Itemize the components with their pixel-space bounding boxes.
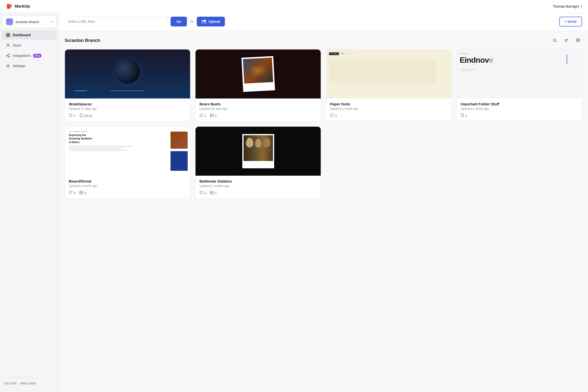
thumb-space (65, 50, 190, 98)
sidebar-item-dashboard[interactable]: Dashboard (2, 30, 56, 40)
card-thumbnail-battlestar (196, 127, 321, 176)
image-count-battlestar: 1 (210, 191, 216, 195)
card-info-battlestar: Battlestar Galatica Updated 2 months ago… (196, 176, 321, 198)
card-updated-paper-fonts: Updated a month ago (330, 107, 447, 110)
comment-icon (69, 190, 72, 195)
integrations-icon (6, 54, 10, 58)
or-text: Or (190, 20, 194, 24)
user-chevron-icon: ▾ (581, 5, 582, 8)
card-title-bearsrgreat: BearsRGreat (69, 179, 186, 183)
svg-line-14 (556, 41, 556, 42)
sidebar-item-integrations[interactable]: Integrations Beta (2, 51, 56, 60)
logo-area[interactable]: MarkUp (6, 3, 30, 10)
svg-rect-2 (6, 35, 8, 37)
user-name: Thomas Barragry (553, 4, 579, 8)
section-header: Scranton Branch (65, 36, 582, 44)
project-card-important-folder[interactable]: Eindnove———— Eindnove Impo (456, 49, 582, 122)
card-info-bears-beets: Bears Beets Updated 22 days ago 1 (196, 98, 321, 121)
polaroid-inner (243, 58, 273, 84)
card-meta-woahspacee: 1 03:14 (69, 114, 186, 118)
file-icon (80, 114, 83, 118)
card-title-battlestar: Battlestar Galatica (200, 179, 317, 183)
beta-badge: Beta (33, 54, 42, 58)
card-info-woahspacee: WoahSpacee Updated 12 days ago 1 (65, 98, 190, 121)
workspace-selector[interactable]: Scranton Branch ▾ (2, 16, 56, 28)
polaroid-img (241, 56, 275, 92)
comment-count-battlestar: 0 (200, 190, 206, 195)
svg-point-4 (7, 44, 9, 45)
svg-line-8 (7, 55, 9, 55)
upload-button[interactable]: Upload (197, 17, 225, 26)
image-icon (210, 191, 214, 195)
live-chat-link[interactable]: Live Chat (4, 382, 16, 385)
planet-graphic (116, 59, 140, 84)
card-meta-bears-beets: 1 1 (200, 114, 317, 118)
grid-view-icon-btn[interactable] (574, 36, 582, 44)
svg-rect-19 (578, 39, 580, 40)
content-area: Go Or Upload + Invite Scranton Branch (59, 13, 588, 392)
section-title: Scranton Branch (65, 38, 100, 43)
comment-count-bearsrgreat: 3 (69, 190, 76, 195)
dashboard-content: Scranton Branch (59, 30, 588, 392)
file-count-important-folder: 1 (460, 114, 467, 118)
upload-icon (202, 20, 206, 24)
sort-icon-btn[interactable] (562, 36, 570, 44)
file-icon (460, 114, 464, 118)
search-icon-btn[interactable] (551, 36, 558, 44)
team-icon (6, 43, 10, 48)
sidebar-integrations-label: Integrations (13, 54, 30, 58)
doc-bear-image (170, 132, 188, 149)
project-card-bears-beets[interactable]: Bears Beets Updated 22 days ago 1 (195, 49, 321, 122)
sidebar-item-team[interactable]: Team (2, 41, 56, 50)
card-updated-important-folder: Updated a month ago (460, 107, 578, 110)
help-center-link[interactable]: Help Center (20, 382, 36, 385)
card-updated-battlestar: Updated 2 months ago (200, 184, 317, 188)
image-icon (80, 191, 83, 195)
thumb-bears-doc: The Greatness of Bears Exploring theAmaz… (65, 127, 190, 176)
svg-rect-11 (202, 20, 204, 22)
dashboard-icon (6, 33, 10, 37)
project-card-bearsrgreat[interactable]: The Greatness of Bears Exploring theAmaz… (65, 126, 190, 199)
section-actions (551, 36, 582, 44)
text-cursor (567, 54, 567, 64)
main-layout: Scranton Branch ▾ Dashboard Te (0, 13, 588, 392)
top-nav: MarkUp Thomas Barragry ▾ (0, 0, 588, 13)
project-card-woahspacee[interactable]: WoahSpacee Updated 12 days ago 1 (65, 49, 190, 122)
card-title-paper-fonts: Paper fonts (330, 102, 447, 106)
sidebar-settings-label: Settings (13, 64, 25, 68)
svg-rect-1 (8, 33, 10, 35)
image-count-bears-beets: 1 (210, 114, 216, 118)
projects-grid-row2: The Greatness of Bears Exploring theAmaz… (65, 126, 582, 199)
battlestar-polaroid (242, 134, 274, 168)
svg-point-7 (9, 56, 10, 57)
comment-icon (200, 114, 203, 118)
workspace-avatar (6, 18, 13, 25)
card-meta-battlestar: 0 1 (200, 190, 317, 195)
doc-blue-bar (170, 151, 188, 171)
project-card-paper-fonts[interactable]: Fontshare Fonts——— Paper fonts Updated a… (326, 49, 452, 122)
card-info-important-folder: Important Folder Stuff Updated a month a… (457, 98, 582, 121)
thumb-eindnov: Eindnove———— Eindnove (457, 50, 582, 98)
workspace-chevron-icon: ▾ (51, 20, 52, 24)
svg-line-9 (7, 56, 9, 56)
user-menu[interactable]: Thomas Barragry ▾ (553, 4, 582, 8)
card-thumbnail-important-folder: Eindnove———— Eindnove (457, 50, 582, 98)
app-name: MarkUp (15, 4, 30, 9)
invite-button[interactable]: + Invite (559, 17, 582, 26)
url-bar-area: Go Or Upload + Invite (59, 13, 588, 30)
card-title-woahspacee: WoahSpacee (69, 102, 186, 106)
svg-point-6 (9, 54, 10, 55)
svg-point-5 (6, 55, 7, 56)
comment-icon (200, 190, 203, 195)
project-card-battlestar[interactable]: Battlestar Galatica Updated 2 months ago… (195, 126, 321, 199)
url-input[interactable] (65, 17, 168, 26)
settings-icon (6, 64, 10, 68)
svg-rect-22 (210, 114, 214, 117)
svg-rect-12 (204, 20, 206, 22)
svg-point-10 (8, 66, 9, 67)
card-thumbnail-paper-fonts: Fontshare Fonts——— (326, 50, 451, 98)
sidebar: Scranton Branch ▾ Dashboard Te (0, 13, 59, 392)
go-button[interactable]: Go (170, 17, 187, 26)
battlestar-inner (244, 135, 273, 161)
sidebar-item-settings[interactable]: Settings (2, 61, 56, 70)
